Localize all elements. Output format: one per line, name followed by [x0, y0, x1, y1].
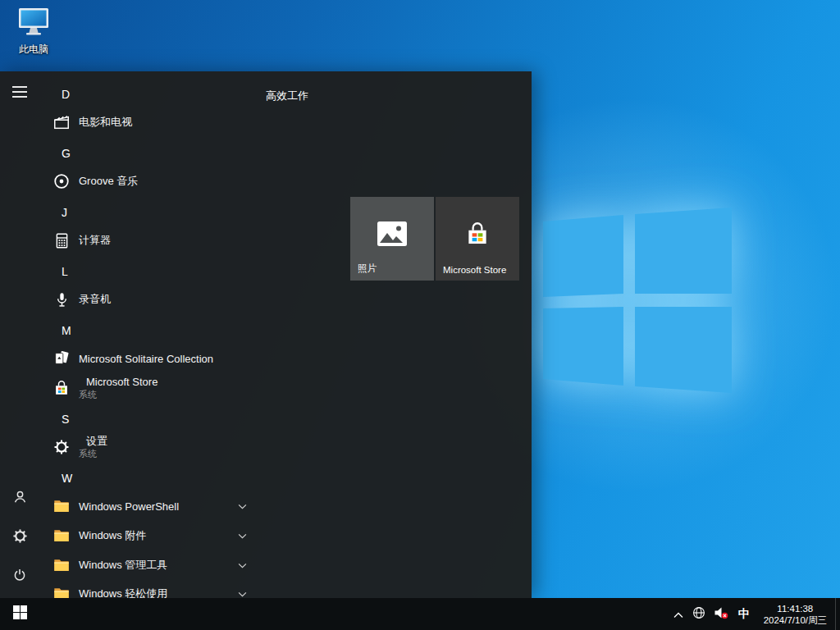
system-tray: 中 11:41:38 2024/7/10/周三	[669, 598, 840, 630]
app-label: 设置	[86, 435, 107, 448]
chevron-down-icon[interactable]	[236, 530, 248, 541]
power-icon	[12, 568, 27, 586]
network-button[interactable]	[688, 598, 710, 630]
app-sublabel: 系统	[79, 449, 107, 460]
show-desktop-button[interactable]	[835, 598, 840, 630]
letter-label: J	[62, 206, 67, 219]
windows-logo-icon	[13, 605, 27, 623]
rail-bottom-group	[0, 478, 39, 598]
chevron-down-icon[interactable]	[236, 588, 248, 598]
start-menu: D 电影和电视 G Groove 音乐 J	[0, 71, 532, 598]
letter-label: D	[62, 88, 70, 101]
app-item-groove-music[interactable]: Groove 音乐	[39, 167, 277, 196]
app-item-voice-recorder[interactable]: 录音机	[39, 285, 277, 314]
letter-label: M	[62, 324, 71, 337]
volume-muted-icon	[714, 606, 728, 623]
network-globe-icon	[692, 606, 705, 623]
app-label: Microsoft Store	[86, 376, 158, 389]
letter-label: L	[62, 265, 68, 278]
taskbar: 中 11:41:38 2024/7/10/周三	[0, 598, 840, 630]
tray-overflow-button[interactable]	[669, 598, 688, 630]
app-sublabel: 系统	[79, 390, 158, 401]
section-letter-l[interactable]: L	[39, 257, 277, 286]
section-letter-d[interactable]: D	[39, 80, 277, 109]
tile-photos[interactable]: 照片	[350, 197, 434, 281]
folder-icon	[52, 555, 71, 575]
groove-music-icon	[52, 171, 71, 191]
movies-tv-icon	[52, 112, 71, 132]
app-label: Microsoft Solitaire Collection	[79, 353, 213, 365]
solitaire-icon	[52, 349, 71, 368]
ime-indicator[interactable]: 中	[733, 598, 756, 630]
app-label: Windows 管理工具	[79, 558, 167, 573]
app-text: Microsoft Store 系统	[79, 376, 158, 401]
user-icon	[12, 489, 28, 508]
section-letter-g[interactable]: G	[39, 139, 277, 168]
folder-item-windows-accessories[interactable]: Windows 附件	[39, 521, 277, 550]
app-label: 电影和电视	[79, 115, 132, 130]
app-label: Windows 附件	[79, 528, 146, 543]
chevron-down-icon[interactable]	[236, 500, 248, 512]
clock-time: 11:41:38	[777, 603, 813, 614]
voice-recorder-icon	[52, 290, 71, 309]
tile-microsoft-store[interactable]: Microsoft Store	[436, 197, 519, 281]
letter-label: W	[62, 472, 72, 485]
chevron-down-icon[interactable]	[236, 559, 248, 571]
power-button[interactable]	[0, 557, 39, 596]
folder-icon	[52, 584, 71, 598]
start-app-list: D 电影和电视 G Groove 音乐 J	[39, 71, 287, 598]
this-pc-icon	[16, 7, 52, 41]
app-label: 录音机	[79, 292, 111, 307]
start-button[interactable]	[0, 598, 39, 630]
chevron-up-icon	[673, 607, 683, 622]
desktop-icon-this-pc[interactable]: 此电脑	[8, 7, 59, 57]
section-letter-w[interactable]: W	[39, 463, 277, 493]
app-item-microsoft-store[interactable]: Microsoft Store 系统	[39, 370, 277, 406]
tile-group-label[interactable]: 高效工作	[266, 89, 308, 103]
clock-date: 2024/7/10/周三	[764, 614, 827, 626]
app-item-movies-tv[interactable]: 电影和电视	[39, 107, 277, 137]
folder-item-windows-admin-tools[interactable]: Windows 管理工具	[39, 550, 277, 580]
app-text: 设置 系统	[79, 435, 107, 460]
tile-label: 照片	[358, 262, 377, 275]
store-icon	[52, 378, 71, 398]
app-item-calculator[interactable]: 计算器	[39, 226, 277, 255]
folder-item-windows-ease-of-access[interactable]: Windows 轻松使用	[39, 579, 277, 598]
expand-menu-button[interactable]	[0, 75, 39, 112]
settings-gear-icon	[52, 437, 71, 457]
app-label: Windows PowerShell	[79, 500, 179, 513]
tile-label: Microsoft Store	[443, 265, 506, 275]
app-item-solitaire-collection[interactable]: Microsoft Solitaire Collection	[39, 344, 277, 373]
section-letter-m[interactable]: M	[39, 316, 277, 345]
app-label: Windows 轻松使用	[79, 587, 167, 598]
letter-label: S	[62, 413, 69, 426]
section-letter-j[interactable]: J	[39, 198, 277, 227]
hamburger-icon	[12, 86, 27, 101]
volume-button[interactable]	[710, 598, 733, 630]
windows-wallpaper-logo	[535, 207, 740, 404]
app-label: 计算器	[79, 233, 111, 248]
photos-icon	[377, 221, 408, 250]
taskbar-clock[interactable]: 11:41:38 2024/7/10/周三	[756, 598, 835, 630]
this-pc-label: 此电脑	[19, 43, 48, 57]
folder-icon	[52, 526, 71, 546]
folder-icon	[52, 496, 71, 516]
app-label: Groove 音乐	[79, 174, 138, 189]
user-account-button[interactable]	[0, 478, 39, 518]
calculator-icon	[52, 231, 71, 250]
settings-button[interactable]	[0, 518, 39, 557]
letter-label: G	[62, 147, 71, 160]
app-item-settings[interactable]: 设置 系统	[39, 429, 277, 465]
store-icon	[463, 220, 491, 251]
folder-item-windows-powershell[interactable]: Windows PowerShell	[39, 491, 277, 521]
start-menu-rail	[0, 71, 39, 598]
gear-icon	[12, 528, 28, 547]
